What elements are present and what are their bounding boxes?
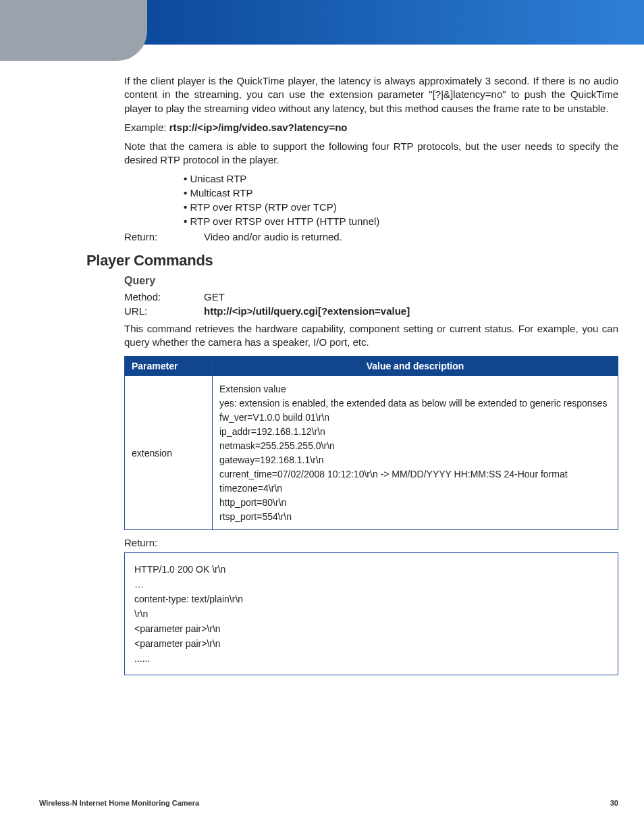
return-row: Return: Video and/or audio is returned. xyxy=(124,231,618,242)
return-line: <parameter pair>\r\n xyxy=(134,638,608,649)
rtp-list: Unicast RTP Multicast RTP RTP over RTSP … xyxy=(124,173,618,227)
return-block-label: Return: xyxy=(124,537,618,548)
return-line: content-type: text/plain\r\n xyxy=(134,594,608,604)
example-label: Example: xyxy=(124,122,169,133)
page-content: If the client player is the QuickTime pl… xyxy=(0,74,644,675)
param-value-line: gateway=192.168.1.1\r\n xyxy=(219,454,611,465)
method-label: Method: xyxy=(124,291,204,303)
parameter-table: Parameter Value and description extensio… xyxy=(124,356,618,530)
page-footer: Wireless-N Internet Home Monitoring Came… xyxy=(39,799,618,807)
example-line: Example: rtsp://<ip>/img/video.sav?laten… xyxy=(124,121,618,134)
list-item: RTP over RTSP (RTP over TCP) xyxy=(184,201,618,213)
url-row: URL: http://<ip>/util/query.cgi[?extensi… xyxy=(124,305,618,317)
list-item: Multicast RTP xyxy=(184,187,618,199)
subsection-heading: Query xyxy=(124,275,618,287)
url-label: URL: xyxy=(124,305,204,317)
intro-paragraph-1: If the client player is the QuickTime pl… xyxy=(124,74,618,115)
param-value-line: current_time=07/02/2008 10:12:10\r\n -> … xyxy=(219,469,611,479)
param-value-line: Extension value xyxy=(219,384,611,394)
intro-paragraph-2: Note that the camera is able to support … xyxy=(124,140,618,167)
footer-page-number: 30 xyxy=(610,799,618,807)
section-heading: Player Commands xyxy=(86,252,618,269)
return-line: \r\n xyxy=(134,608,608,619)
param-value-line: netmask=255.255.255.0\r\n xyxy=(219,440,611,451)
return-line: HTTP/1.0 200 OK \r\n xyxy=(134,564,608,575)
param-value-line: ip_addr=192.168.1.12\r\n xyxy=(219,426,611,437)
param-name-cell: extension xyxy=(125,376,213,530)
return-line: ...... xyxy=(134,653,608,664)
command-description: This command retrieves the hardware capa… xyxy=(124,322,618,350)
param-value-line: rtsp_port=554\r\n xyxy=(219,511,611,522)
return-line: <parameter pair>\r\n xyxy=(134,623,608,634)
col-header-parameter: Parameter xyxy=(125,357,213,376)
return-label: Return: xyxy=(124,231,204,242)
param-value-line: timezone=4\r\n xyxy=(219,483,611,494)
return-value: Video and/or audio is returned. xyxy=(204,231,618,242)
return-block: HTTP/1.0 200 OK \r\n … content-type: tex… xyxy=(124,552,618,675)
header-tab xyxy=(0,0,147,61)
example-value: rtsp://<ip>/img/video.sav?latency=no xyxy=(169,122,348,133)
footer-product: Wireless-N Internet Home Monitoring Came… xyxy=(39,799,199,807)
param-value-line: yes: extension is enabled, the extended … xyxy=(219,398,611,409)
list-item: Unicast RTP xyxy=(184,173,618,184)
return-line: … xyxy=(134,579,608,590)
method-row: Method: GET xyxy=(124,291,618,303)
param-value-line: fw_ver=V1.0.0 build 01\r\n xyxy=(219,412,611,423)
url-value: http://<ip>/util/query.cgi[?extension=va… xyxy=(204,305,618,317)
list-item: RTP over RTSP over HTTP (HTTP tunnel) xyxy=(184,215,618,227)
param-value-cell: Extension value yes: extension is enable… xyxy=(213,376,618,530)
param-value-line: http_port=80\r\n xyxy=(219,497,611,508)
method-value: GET xyxy=(204,291,618,303)
col-header-value: Value and description xyxy=(213,357,618,376)
